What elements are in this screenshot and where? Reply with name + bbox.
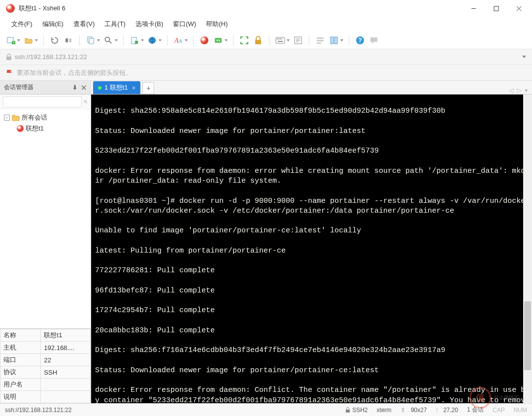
menu-tools[interactable]: 工具(T) bbox=[100, 18, 130, 31]
help-button[interactable]: ? bbox=[354, 34, 366, 46]
svg-rect-32 bbox=[331, 37, 333, 44]
main-area: 会话管理器 − 所有会话 联想t1 名称联想t1 主机192.168.... bbox=[0, 81, 532, 403]
svg-rect-31 bbox=[317, 42, 321, 44]
collapse-icon[interactable]: − bbox=[4, 115, 10, 121]
pin-icon[interactable] bbox=[72, 85, 78, 91]
terminal-line: [root@lnas0301 ~]# docker run -d -p 9000… bbox=[95, 196, 529, 217]
separator bbox=[349, 35, 349, 46]
disconnect-button[interactable] bbox=[63, 34, 74, 46]
svg-rect-36 bbox=[6, 57, 11, 60]
sidebar-search-input[interactable] bbox=[3, 96, 82, 107]
status-bar: ssh://192.168.123.121:22 SSH2 xterm ⇕ 90… bbox=[0, 403, 532, 416]
reconnect-button[interactable] bbox=[49, 34, 61, 46]
address-bar[interactable]: ssh://192.168.123.121:22 bbox=[0, 49, 532, 65]
script-button[interactable] bbox=[292, 34, 304, 46]
copy-button[interactable] bbox=[85, 34, 97, 46]
lock-button[interactable] bbox=[252, 34, 264, 46]
svg-rect-10 bbox=[89, 38, 94, 44]
layout-button[interactable] bbox=[328, 34, 340, 46]
menu-view[interactable]: 查看(V) bbox=[69, 18, 99, 31]
search-icon[interactable] bbox=[84, 97, 88, 106]
svg-rect-29 bbox=[317, 37, 324, 39]
tab-add-button[interactable]: + bbox=[142, 82, 154, 94]
prop-row-desc: 说明 bbox=[0, 391, 91, 403]
menu-help[interactable]: 帮助(H) bbox=[201, 18, 232, 31]
separator bbox=[79, 35, 80, 46]
status-sessions: 1 会话 bbox=[467, 406, 484, 414]
tree-child-label: 联想t1 bbox=[26, 124, 44, 133]
xftp-button[interactable] bbox=[212, 34, 224, 46]
new-session-button[interactable]: + bbox=[5, 34, 17, 46]
lock-icon bbox=[6, 54, 12, 61]
terminal-line: docker: Error response from daemon: Conf… bbox=[95, 385, 529, 403]
svg-rect-26 bbox=[281, 38, 282, 39]
scrollbar[interactable] bbox=[523, 95, 532, 403]
svg-rect-27 bbox=[278, 41, 283, 42]
paste-button[interactable] bbox=[129, 34, 140, 46]
scroll-thumb[interactable] bbox=[524, 301, 531, 370]
separator bbox=[43, 35, 44, 46]
terminal-line: docker: Error response from daemon: erro… bbox=[95, 166, 529, 187]
status-connection: ssh://192.168.123.121:22 bbox=[5, 407, 71, 414]
xshell-button[interactable] bbox=[199, 34, 210, 46]
maximize-button[interactable] bbox=[485, 1, 507, 16]
prop-row-host: 主机192.168.... bbox=[0, 342, 91, 354]
hint-bar: 要添加当前会话，点击左侧的箭头按钮。 bbox=[0, 65, 532, 81]
separator bbox=[309, 35, 309, 46]
session-tree[interactable]: − 所有会话 联想t1 bbox=[0, 109, 91, 328]
terminal-line: Unable to find image 'portainer/portaine… bbox=[95, 226, 529, 236]
menu-bar: 文件(F) 编辑(E) 查看(V) 工具(T) 选项卡(B) 窗口(W) 帮助(… bbox=[0, 17, 532, 32]
svg-rect-30 bbox=[317, 40, 324, 41]
tab-close-icon[interactable]: × bbox=[132, 84, 136, 92]
terminal-line: Status: Downloaded newer image for porta… bbox=[95, 366, 529, 376]
terminal-line: 17274c2954b7: Pull complete bbox=[95, 306, 529, 316]
fullscreen-button[interactable] bbox=[238, 34, 250, 46]
chevron-down-icon[interactable] bbox=[522, 56, 526, 58]
language-button[interactable] bbox=[146, 34, 158, 46]
terminal[interactable]: Digest: sha256:958a8e5c814e2610fb1946179… bbox=[91, 95, 532, 403]
highlight-button[interactable] bbox=[314, 34, 326, 46]
open-button[interactable] bbox=[23, 34, 34, 46]
find-button[interactable] bbox=[102, 34, 114, 46]
separator bbox=[123, 35, 124, 46]
tab-next-icon[interactable]: ▷ bbox=[517, 87, 522, 94]
minimize-button[interactable] bbox=[462, 1, 485, 16]
menu-window[interactable]: 窗口(W) bbox=[168, 18, 200, 31]
keyboard-button[interactable] bbox=[274, 34, 286, 46]
svg-rect-41 bbox=[346, 410, 350, 413]
prop-row-user: 用户名 bbox=[0, 379, 91, 391]
menu-file[interactable]: 文件(F) bbox=[7, 18, 37, 31]
tree-session-item[interactable]: 联想t1 bbox=[2, 123, 89, 134]
tab-prev-icon[interactable]: ◁ bbox=[509, 87, 514, 94]
content-area: 1 联想t1 × + ◁ ▷ ▾ Digest: sha256:958a8e5c… bbox=[91, 81, 532, 403]
svg-rect-14 bbox=[135, 41, 138, 44]
tree-root[interactable]: − 所有会话 bbox=[2, 112, 89, 123]
svg-rect-7 bbox=[66, 38, 68, 42]
close-icon[interactable] bbox=[81, 85, 87, 91]
svg-rect-21 bbox=[255, 40, 261, 44]
title-bar: 联想t1 - Xshell 6 bbox=[0, 0, 532, 17]
session-tab[interactable]: 1 联想t1 × bbox=[93, 81, 140, 94]
menu-tabs[interactable]: 选项卡(B) bbox=[131, 18, 167, 31]
close-button[interactable] bbox=[507, 1, 530, 16]
lock-icon bbox=[345, 407, 350, 413]
toolbar: + AA ? bbox=[0, 32, 532, 49]
terminal-line: Digest: sha256:f716a714e6cdbb04b3f3ed4f7… bbox=[95, 346, 529, 355]
sidebar-search-row bbox=[0, 95, 91, 109]
flag-icon bbox=[6, 69, 14, 77]
tab-menu-icon[interactable]: ▾ bbox=[525, 87, 528, 94]
separator bbox=[233, 35, 233, 46]
svg-point-39 bbox=[84, 100, 86, 102]
app-icon bbox=[6, 4, 15, 13]
svg-line-12 bbox=[109, 41, 111, 43]
svg-text:+: + bbox=[12, 40, 15, 45]
svg-point-11 bbox=[105, 37, 110, 41]
separator bbox=[269, 35, 269, 46]
hint-text: 要添加当前会话，点击左侧的箭头按钮。 bbox=[17, 68, 132, 77]
chat-button[interactable] bbox=[368, 34, 380, 46]
font-button[interactable]: AA bbox=[172, 34, 184, 46]
session-icon bbox=[17, 125, 24, 132]
terminal-line: 20ca8bbc183b: Pull complete bbox=[95, 326, 529, 336]
menu-edit[interactable]: 编辑(E) bbox=[38, 18, 68, 31]
tree-root-label: 所有会话 bbox=[22, 113, 47, 122]
